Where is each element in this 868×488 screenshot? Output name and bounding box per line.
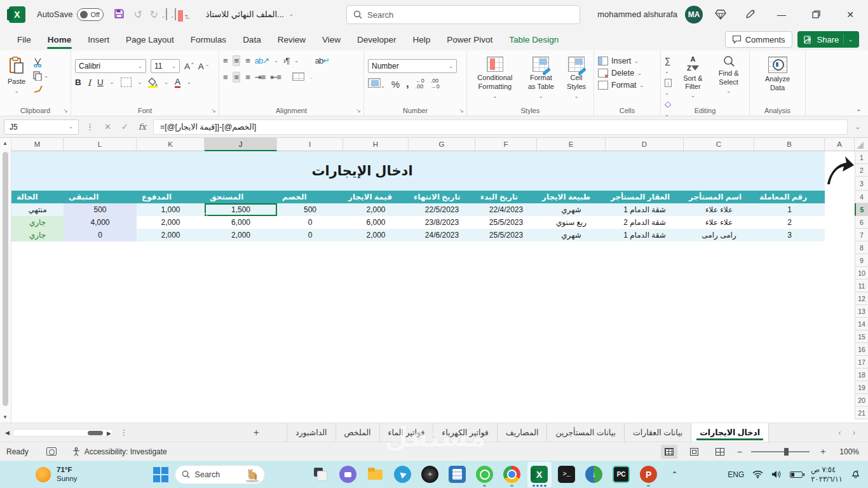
table-column-5[interactable]: قيمة الايجار — [343, 191, 409, 203]
cell-r2-c6[interactable]: 23/8/2023 — [409, 216, 475, 229]
cell-r2-c3[interactable]: 6,000 — [205, 216, 277, 229]
column-header-H[interactable]: H — [343, 138, 409, 151]
row-header-12[interactable]: 12 — [855, 292, 868, 305]
analyze-data-button[interactable]: Analyze Data — [754, 54, 801, 104]
table-column-1[interactable]: المتبقى — [64, 191, 137, 203]
cells-area[interactable]: ادخال الإيجارات الحالةالمتبقىالمدفوعالمس… — [11, 151, 855, 423]
font-size-combo[interactable]: 11⌄ — [151, 59, 180, 73]
comma-style-icon[interactable]: , — [406, 78, 409, 90]
column-header-I[interactable]: I — [277, 138, 343, 151]
accessibility-status[interactable]: Accessibility: Investigate — [72, 447, 167, 456]
row-header-17[interactable]: 17 — [855, 356, 868, 369]
number-dialog-launcher-icon[interactable]: ↘ — [459, 107, 464, 114]
font-color-dropdown-icon[interactable]: ⌄ — [187, 79, 191, 85]
zoom-out-button[interactable]: − — [737, 447, 742, 457]
ribbon-tab-insert[interactable]: Insert — [79, 29, 118, 50]
undo-icon[interactable]: ↺⌄ — [133, 10, 140, 20]
table-column-10[interactable]: اسم المستأجر — [684, 191, 754, 203]
next-sheet-icon[interactable]: › — [853, 428, 855, 437]
column-header-F[interactable]: F — [475, 138, 537, 151]
table-column-0[interactable]: الحالة — [11, 191, 64, 203]
row-header-5[interactable]: 5 — [855, 203, 868, 216]
cell-r2-c8[interactable]: ربع سنوي — [537, 216, 606, 229]
ribbon-tab-view[interactable]: View — [314, 29, 349, 50]
accounting-format-icon[interactable]: ⌄ — [368, 78, 385, 90]
align-right-icon[interactable]: ≡ — [245, 72, 250, 82]
cell-r3-c9[interactable]: شقة الدمام 1 — [606, 229, 684, 241]
premium-diamond-icon[interactable] — [709, 3, 732, 26]
cell-r2-c0[interactable]: جاري — [11, 216, 64, 229]
row-header-19[interactable]: 19 — [855, 381, 868, 394]
taskbar-app-powerpoint[interactable]: P — [637, 462, 661, 487]
new-sheet-button[interactable]: ＋ — [248, 426, 264, 438]
merge-center-icon[interactable] — [292, 72, 304, 83]
row-header-6[interactable]: 6 — [855, 216, 868, 229]
hscroll-left-icon[interactable]: ◀ — [5, 430, 10, 436]
cell-r1-c8[interactable]: شهري — [537, 203, 606, 216]
cell-r1-c5[interactable]: 2,000 — [343, 203, 409, 216]
sheet-tab-5[interactable]: بيانات المستأجرين — [547, 423, 624, 442]
cell-r3-c3[interactable]: 2,000 — [205, 229, 277, 241]
taskbar-app-telegram[interactable] — [391, 462, 415, 487]
increase-decimal-icon[interactable]: ←0.00 — [416, 78, 424, 90]
vertical-scrollbar[interactable]: ▲ ▼ — [0, 138, 11, 423]
orientation-dropdown-icon[interactable]: ⌄ — [274, 58, 278, 64]
row-header-15[interactable]: 15 — [855, 330, 868, 343]
row-header-8[interactable]: 8 — [855, 241, 868, 254]
selected-cell[interactable] — [205, 203, 277, 216]
excel-app-icon[interactable]: X — [9, 6, 25, 23]
format-as-table-button[interactable]: Format as Table⌄ — [523, 54, 559, 104]
orientation-icon[interactable]: ab↗ — [255, 56, 269, 65]
ribbon-tab-home[interactable]: Home — [39, 29, 80, 50]
fill-handle[interactable] — [204, 214, 207, 217]
table-column-7[interactable]: تاريخ البدء — [475, 191, 537, 203]
macro-record-icon[interactable] — [46, 447, 57, 456]
column-header-C[interactable]: C — [684, 138, 754, 151]
qat-overflow-icon[interactable]: ⌄̲ — [184, 11, 189, 18]
cell-r1-c10[interactable]: علاء علاء — [684, 203, 754, 216]
row-header-9[interactable]: 9 — [855, 254, 868, 267]
expand-formula-bar-icon[interactable]: ⌄ — [851, 123, 864, 130]
taskbar-app-terminal[interactable]: >_ — [555, 462, 579, 487]
zoom-slider-thumb[interactable] — [784, 448, 789, 456]
scroll-down-icon[interactable]: ▼ — [3, 414, 8, 420]
column-header-M[interactable]: M — [11, 138, 64, 151]
notification-bell-icon[interactable]: z — [851, 469, 860, 480]
cell-r2-c7[interactable]: 25/5/2023 — [475, 216, 537, 229]
grow-font-icon[interactable]: A^ — [184, 61, 194, 71]
hscroll-right-icon[interactable]: ▶ — [107, 430, 111, 437]
copy-icon[interactable]: ⌄ — [33, 71, 48, 81]
decrease-decimal-icon[interactable]: .00→0 — [431, 78, 440, 90]
tabbar-splitter-icon[interactable]: ⋮ — [120, 428, 128, 437]
insert-cells-button[interactable]: Insert⌄ — [598, 57, 644, 65]
cell-r2-c4[interactable]: 0 — [277, 216, 343, 229]
table-column-2[interactable]: المدفوع — [137, 191, 205, 203]
save-icon[interactable] — [114, 8, 125, 21]
find-select-button[interactable]: Find & Select⌄ — [712, 54, 745, 104]
zoom-percentage[interactable]: 100% — [836, 447, 859, 456]
increase-indent-icon[interactable]: ⇥≡ — [255, 72, 265, 82]
hscroll-thumb[interactable] — [88, 431, 103, 435]
borders-dropdown-icon[interactable]: ⌄ — [138, 79, 142, 85]
cell-r3-c8[interactable]: شهري — [537, 229, 606, 241]
language-indicator[interactable]: ENG — [728, 470, 744, 479]
cell-r1-c11[interactable]: 1 — [754, 203, 825, 216]
font-dialog-launcher-icon[interactable]: ↘ — [211, 107, 216, 114]
sheet-tab-0[interactable]: الداشبورد — [287, 423, 336, 442]
sheet-title-band[interactable]: ادخال الإيجارات — [11, 151, 825, 191]
redo-icon[interactable]: ↻⌄ — [149, 10, 156, 20]
cell-r3-c2[interactable]: 2,000 — [137, 229, 205, 241]
conditional-formatting-button[interactable]: Conditional Formatting⌄ — [471, 54, 519, 104]
column-header-G[interactable]: G — [409, 138, 475, 151]
cell-r1-c6[interactable]: 22/5/2023 — [409, 203, 475, 216]
row-header-16[interactable]: 16 — [855, 343, 868, 356]
clipboard-dialog-launcher-icon[interactable]: ↘ — [63, 107, 68, 114]
ribbon-tab-review[interactable]: Review — [269, 29, 314, 50]
ribbon-tab-help[interactable]: Help — [405, 29, 439, 50]
alignment-dialog-launcher-icon[interactable]: ↘ — [356, 107, 361, 114]
back-arrow-shape[interactable] — [826, 155, 854, 187]
table-column-11[interactable]: رقم المعاملة — [754, 191, 825, 203]
ribbon-tab-power-pivot[interactable]: Power Pivot — [438, 29, 501, 50]
underline-button[interactable]: U — [97, 78, 104, 87]
merge-dropdown-icon[interactable]: ⌄ — [309, 74, 314, 80]
